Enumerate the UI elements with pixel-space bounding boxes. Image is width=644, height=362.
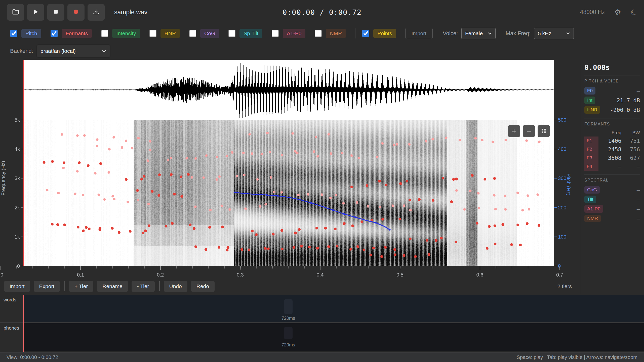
toolbar-divider: [159, 281, 160, 291]
playhead-cursor: [23, 60, 24, 266]
f3-freq-value: 3508: [598, 155, 621, 161]
spectrogram-panel[interactable]: + −: [24, 120, 554, 266]
stop-button[interactable]: [47, 4, 64, 21]
sidebar-divider: [584, 174, 640, 174]
pitch-pill[interactable]: Pitch: [21, 29, 41, 38]
tier-import-button[interactable]: Import: [4, 281, 30, 292]
voice-select-value: Female: [465, 30, 483, 36]
time-tick-label: 0.4: [317, 272, 324, 278]
zoom-reset-button[interactable]: [538, 125, 550, 137]
tier-interval-handle[interactable]: [284, 327, 293, 339]
toggle-intensity: Intensity: [101, 29, 140, 38]
tier-row-phones[interactable]: phones 720ms: [0, 323, 644, 351]
points-pill[interactable]: Points: [373, 29, 396, 38]
tier-duration-label: 720ms: [276, 316, 301, 321]
waveform-canvas[interactable]: [24, 60, 554, 120]
measurements-sidebar: 0.000s PITCH & VOICE F0 – Int 21.7 dB HN…: [580, 60, 644, 294]
time-tick-mark: [400, 266, 400, 270]
freq-tick-mark: [21, 120, 23, 120]
freq-tick-mark: [21, 207, 23, 208]
f3-bw-value: 627: [621, 155, 640, 161]
open-file-button[interactable]: [7, 4, 24, 21]
intensity-checkbox[interactable]: [101, 30, 108, 37]
time-tick-mark: [1, 266, 1, 270]
spectrogram-overlay-canvas: [24, 120, 554, 266]
toggle-a1p0: A1-P0: [271, 29, 305, 38]
waveform-panel[interactable]: [24, 60, 554, 120]
bw-column-header: BW: [621, 130, 640, 135]
play-button[interactable]: [27, 4, 44, 21]
formants-section-title: FORMANTS: [584, 122, 640, 126]
chevron-down-icon: [566, 32, 570, 35]
pitch-tick-label: 500: [558, 117, 566, 123]
hnr-pill[interactable]: HNR: [160, 29, 180, 38]
record-button[interactable]: [67, 4, 85, 21]
max-freq-select[interactable]: 5 kHz: [534, 28, 574, 39]
backend-select[interactable]: praatfan (local): [37, 45, 110, 57]
freq-tick-mark: [21, 178, 23, 178]
max-freq-label: Max Freq:: [506, 30, 531, 37]
a1p0-row: A1-P0 –: [584, 204, 640, 214]
chevron-down-icon: [488, 32, 492, 35]
cog-row: CoG –: [584, 185, 640, 195]
tier-name-label: phones: [4, 325, 19, 331]
sidebar-divider: [584, 118, 640, 118]
hnr-checkbox[interactable]: [149, 30, 156, 37]
tier-interval-handle[interactable]: [284, 299, 293, 314]
formants-checkbox[interactable]: [51, 30, 58, 37]
sample-rate-label: 48000 Hz: [580, 9, 605, 16]
freq-tick-label: 2k: [15, 205, 20, 210]
a1p0-checkbox[interactable]: [272, 30, 279, 37]
undo-button[interactable]: Undo: [164, 281, 187, 292]
cog-checkbox[interactable]: [189, 30, 196, 37]
cog-value: –: [637, 187, 640, 193]
time-tick-label: 0.1: [77, 272, 84, 278]
formants-pill[interactable]: Formants: [62, 29, 92, 38]
f2-freq-value: 2458: [598, 146, 621, 153]
backend-label: Backend:: [10, 48, 33, 54]
play-icon: [32, 8, 39, 16]
points-checkbox[interactable]: [362, 30, 369, 37]
remove-tier-button[interactable]: - Tier: [132, 281, 155, 292]
intensity-pill[interactable]: Intensity: [112, 29, 140, 38]
moon-icon[interactable]: ☾: [629, 7, 639, 17]
f4-freq-value: –: [598, 163, 621, 170]
tier-row-words[interactable]: words 720ms: [0, 295, 644, 323]
toggle-nmr: NMR: [314, 29, 346, 38]
voice-label: Voice:: [443, 30, 458, 37]
pitch-checkbox[interactable]: [10, 30, 17, 37]
rename-tier-button[interactable]: Rename: [97, 281, 128, 292]
f1-row: F1 1406 751: [584, 137, 640, 145]
pitch-tick-mark: [554, 207, 557, 208]
zoom-in-button[interactable]: +: [508, 125, 520, 137]
a1p0-pill[interactable]: A1-P0: [283, 29, 305, 38]
add-tier-button[interactable]: + Tier: [69, 281, 93, 292]
redo-button[interactable]: Redo: [191, 281, 215, 292]
f4-row: F4 – –: [584, 162, 640, 171]
stop-icon: [53, 9, 59, 16]
voice-select[interactable]: Female: [461, 28, 496, 39]
backend-row: Backend: praatfan (local): [0, 42, 644, 60]
cog-pill[interactable]: CoG: [200, 29, 219, 38]
import-points-button[interactable]: Import: [405, 28, 433, 39]
toggle-formants: Formants: [50, 29, 92, 38]
sidebar-divider: [584, 75, 640, 75]
words-tier-lane[interactable]: [24, 295, 644, 322]
frequency-axis: 01k2k3k4k5k: [0, 120, 24, 266]
sptilt-checkbox[interactable]: [229, 30, 236, 37]
f0-value: –: [637, 88, 640, 94]
sptilt-pill[interactable]: Sp.Tilt: [239, 29, 262, 38]
tilt-value: –: [637, 196, 640, 203]
f2-row: F2 2458 756: [584, 145, 640, 154]
tier-export-button[interactable]: Export: [34, 281, 60, 292]
download-button[interactable]: [88, 4, 105, 21]
nmr-checkbox[interactable]: [315, 30, 322, 37]
pitch-tick-label: 200: [558, 205, 566, 210]
overlay-toggle-row: Pitch Formants Intensity HNR CoG Sp.Tilt…: [0, 24, 644, 42]
phones-tier-lane[interactable]: [24, 323, 644, 351]
gear-icon[interactable]: ⚙: [614, 9, 621, 16]
pitch-tick-label: 400: [558, 146, 566, 152]
nmr-pill[interactable]: NMR: [326, 29, 346, 38]
zoom-out-button[interactable]: −: [523, 125, 535, 137]
toggle-cog: CoG: [189, 29, 219, 38]
